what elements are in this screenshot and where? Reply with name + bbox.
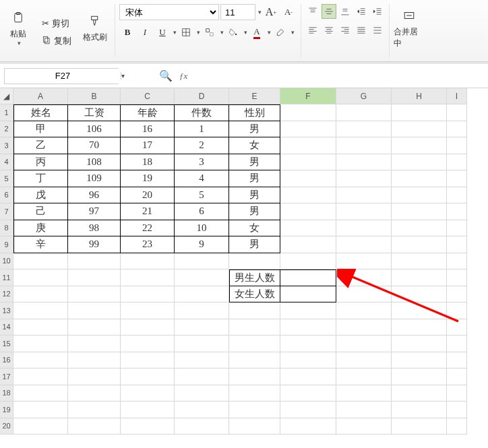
align-top-button[interactable] — [305, 4, 320, 19]
cell[interactable] — [447, 187, 467, 204]
cell[interactable] — [280, 269, 336, 286]
select-all-corner[interactable]: ◢ — [0, 88, 13, 104]
cell[interactable]: 姓名 — [13, 104, 68, 121]
cell[interactable]: 女 — [229, 220, 280, 237]
cell[interactable]: 10 — [175, 220, 229, 237]
cell[interactable] — [447, 319, 467, 336]
cell[interactable]: 男生人数 — [229, 269, 280, 286]
cell[interactable] — [229, 352, 280, 369]
cell[interactable] — [229, 319, 280, 336]
cell[interactable] — [175, 319, 229, 336]
cell[interactable]: 件数 — [175, 104, 229, 121]
cell[interactable] — [68, 319, 121, 336]
cell[interactable]: 17 — [121, 137, 175, 154]
cell[interactable] — [336, 236, 392, 253]
cell[interactable]: 23 — [121, 236, 175, 253]
cell[interactable] — [68, 253, 121, 270]
cell[interactable]: 22 — [121, 220, 175, 237]
cell[interactable] — [447, 137, 467, 154]
cell[interactable]: 女生人数 — [229, 286, 280, 303]
cell[interactable]: 96 — [68, 187, 121, 204]
cell[interactable]: 工资 — [68, 104, 121, 121]
cell[interactable]: 4 — [175, 170, 229, 187]
cell[interactable] — [175, 286, 229, 303]
cell[interactable]: 男 — [229, 154, 280, 171]
cell[interactable]: 98 — [68, 220, 121, 237]
search-icon[interactable]: 🔍 — [159, 69, 173, 82]
cell[interactable] — [392, 335, 447, 352]
cell[interactable] — [336, 319, 392, 336]
cell[interactable] — [392, 385, 447, 402]
align-middle-button[interactable] — [322, 4, 336, 19]
cell[interactable] — [121, 302, 175, 319]
row-header[interactable]: 2 — [0, 121, 13, 138]
row-header[interactable]: 17 — [0, 369, 13, 385]
cell[interactable] — [280, 402, 336, 418]
cell[interactable] — [280, 104, 336, 121]
cell[interactable] — [392, 319, 447, 336]
cell[interactable]: 16 — [121, 121, 175, 138]
cell[interactable] — [447, 220, 467, 237]
cell[interactable] — [392, 137, 447, 154]
cell[interactable]: 9 — [175, 236, 229, 253]
cell[interactable] — [68, 385, 121, 402]
cell[interactable] — [392, 104, 447, 121]
cell[interactable] — [447, 154, 467, 171]
cell[interactable]: 男 — [229, 121, 280, 138]
cell[interactable] — [336, 335, 392, 352]
cell[interactable] — [280, 352, 336, 369]
cell[interactable] — [121, 385, 175, 402]
align-right-button[interactable] — [338, 23, 353, 38]
cell[interactable]: 3 — [175, 154, 229, 171]
cell[interactable] — [280, 187, 336, 204]
fx-button[interactable]: ƒx — [179, 71, 187, 82]
cell[interactable]: 乙 — [13, 137, 68, 154]
cell[interactable] — [336, 121, 392, 138]
chevron-down-icon[interactable]: ▾ — [121, 72, 125, 79]
cell[interactable]: 甲 — [13, 121, 68, 138]
cell[interactable] — [447, 302, 467, 319]
cell[interactable] — [336, 385, 392, 402]
cell[interactable] — [280, 203, 336, 220]
cell[interactable] — [280, 385, 336, 402]
cell[interactable] — [336, 402, 392, 418]
cell[interactable]: 庚 — [13, 220, 68, 237]
cell[interactable] — [392, 286, 447, 303]
cell[interactable] — [68, 335, 121, 352]
font-name-select[interactable]: 宋体 — [119, 4, 219, 20]
row-header[interactable]: 13 — [0, 302, 13, 319]
increase-indent-button[interactable] — [370, 4, 385, 19]
cell[interactable] — [336, 187, 392, 204]
cell[interactable] — [280, 286, 336, 303]
cell[interactable] — [392, 187, 447, 204]
italic-button[interactable]: I — [137, 24, 153, 40]
cell[interactable] — [280, 236, 336, 253]
cell[interactable] — [13, 319, 68, 336]
cell-style-button[interactable] — [202, 24, 218, 40]
cell[interactable] — [336, 220, 392, 237]
align-center-button[interactable] — [322, 23, 336, 38]
cell[interactable] — [392, 121, 447, 138]
cell[interactable] — [392, 352, 447, 369]
cell[interactable] — [336, 418, 392, 435]
row-header[interactable]: 11 — [0, 269, 13, 286]
copy-button[interactable]: 复制 — [39, 34, 74, 49]
cell[interactable] — [447, 385, 467, 402]
cell[interactable] — [280, 154, 336, 171]
row-header[interactable]: 15 — [0, 335, 13, 352]
cell[interactable] — [121, 286, 175, 303]
cell[interactable] — [392, 236, 447, 253]
cell[interactable] — [68, 418, 121, 435]
cell[interactable]: 19 — [121, 170, 175, 187]
cell[interactable] — [447, 369, 467, 385]
col-header-H[interactable]: H — [392, 88, 447, 104]
cell[interactable] — [336, 286, 392, 303]
cell[interactable]: 男 — [229, 170, 280, 187]
cell[interactable] — [229, 253, 280, 270]
distribute-button[interactable] — [370, 23, 385, 38]
cell[interactable]: 18 — [121, 154, 175, 171]
cell[interactable] — [229, 385, 280, 402]
cell[interactable] — [175, 418, 229, 435]
cell[interactable] — [229, 402, 280, 418]
cell[interactable] — [392, 253, 447, 270]
